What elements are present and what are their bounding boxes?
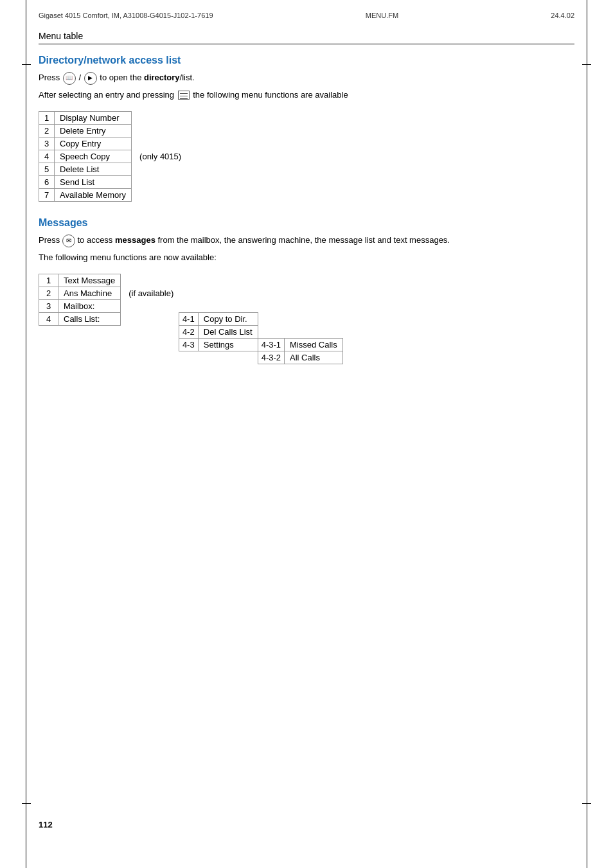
row-empty [121, 351, 179, 364]
row-empty [285, 326, 343, 339]
row-empty [179, 351, 198, 364]
row-num: 3 [39, 137, 55, 150]
row-note [132, 112, 187, 125]
messages-intro-2: The following menu functions are now ava… [39, 251, 574, 264]
row-empty [121, 339, 179, 351]
row-num: 7 [39, 189, 55, 202]
row-empty [258, 326, 284, 339]
row-empty [179, 274, 198, 287]
row-empty [179, 287, 198, 300]
tick-bottom-left [22, 803, 31, 804]
page-number: 112 [39, 820, 53, 829]
page: Gigaset 4015 Comfort, IM, A31008-G4015-J… [0, 0, 613, 868]
ok-button-icon: ▶ [84, 72, 97, 85]
header-center: MENU.FM [366, 12, 398, 19]
table-row: 2 Ans Machine (if available) [39, 287, 343, 300]
tick-top-right [582, 64, 591, 65]
menu-button-icon [178, 91, 190, 100]
row-label: Delete Entry [55, 125, 132, 137]
row-label: Copy Entry [55, 137, 132, 150]
row-empty [198, 351, 258, 364]
row-num: 6 [39, 176, 55, 189]
row-note [132, 176, 187, 189]
right-margin-rule [587, 0, 587, 868]
table-row: 4-3-2 All Calls [39, 351, 343, 364]
directory-intro-2: After selecting an entry and pressing th… [39, 89, 574, 102]
row-num: 2 [39, 125, 55, 137]
messages-intro-1: Press ✉ to access messages from the mail… [39, 234, 574, 247]
row-num: 2 [39, 287, 58, 300]
row-empty [285, 274, 343, 287]
sub-row-label: Settings [198, 339, 258, 351]
section-title: Menu table [39, 31, 574, 41]
row-label: Send List [55, 176, 132, 189]
row-empty [258, 300, 284, 313]
row-empty [58, 351, 121, 364]
row-empty [121, 300, 179, 313]
contact-book-icon: 📖 [63, 72, 76, 85]
row-note [132, 137, 187, 150]
row-empty [285, 287, 343, 300]
table-row: 7 Available Memory [39, 189, 187, 202]
header-left: Gigaset 4015 Comfort, IM, A31008-G4015-J… [39, 12, 213, 19]
row-label: Mailbox: [58, 300, 121, 313]
row-empty [285, 300, 343, 313]
row-label: Delete List [55, 163, 132, 176]
row-num: 3 [39, 300, 58, 313]
sub-row-num: 4-2 [179, 326, 198, 339]
row-empty [121, 326, 179, 339]
table-row: 4 Calls List: 4-1 Copy to Dir. [39, 313, 343, 326]
row-note [132, 125, 187, 137]
table-row: 1 Display Number [39, 112, 187, 125]
row-empty [179, 300, 198, 313]
sub-row-label: Copy to Dir. [198, 313, 258, 326]
table-row: 2 Delete Entry [39, 125, 187, 137]
table-row: 3 Mailbox: [39, 300, 343, 313]
tick-top-left [22, 64, 31, 65]
table-row: 6 Send List [39, 176, 187, 189]
page-header: Gigaset 4015 Comfort, IM, A31008-G4015-J… [0, 0, 613, 24]
messages-button-icon: ✉ [62, 235, 75, 247]
sub-row-num: 4-3 [179, 339, 198, 351]
messages-bold: messages [115, 235, 155, 245]
table-row: 4 Speech Copy (only 4015) [39, 150, 187, 163]
subsub-row-label: All Calls [285, 351, 343, 364]
sub-row-num: 4-1 [179, 313, 198, 326]
row-empty [39, 351, 58, 364]
subsub-row-label: Missed Calls [285, 339, 343, 351]
row-num: 1 [39, 274, 58, 287]
directory-heading: Directory/network access list [39, 55, 574, 66]
row-label: Speech Copy [55, 150, 132, 163]
row-empty [58, 326, 121, 339]
directory-section: Directory/network access list Press 📖 / … [39, 55, 574, 202]
row-num: 5 [39, 163, 55, 176]
table-row: 5 Delete List [39, 163, 187, 176]
row-empty [258, 287, 284, 300]
directory-menu-table: 1 Display Number 2 Delete Entry 3 Copy E… [39, 111, 187, 202]
sub-row-label: Del Calls List [198, 326, 258, 339]
directory-bold: directory [144, 73, 180, 82]
row-note: (only 4015) [132, 150, 187, 163]
row-label: Display Number [55, 112, 132, 125]
directory-intro-1: Press 📖 / ▶ to open the directory/list. [39, 71, 574, 85]
row-empty [285, 313, 343, 326]
row-empty [39, 339, 58, 351]
messages-menu-table: 1 Text Message 2 Ans Machine (if availab… [39, 274, 343, 364]
subsub-row-num: 4-3-2 [258, 351, 284, 364]
row-empty [39, 326, 58, 339]
row-empty [198, 300, 258, 313]
row-empty [121, 313, 179, 326]
row-num: 4 [39, 313, 58, 326]
table-row: 1 Text Message [39, 274, 343, 287]
table-row: 3 Copy Entry [39, 137, 187, 150]
row-label: Calls List: [58, 313, 121, 326]
row-num: 1 [39, 112, 55, 125]
row-note [132, 163, 187, 176]
tick-bottom-right [582, 803, 591, 804]
section-title-bar: Menu table [39, 31, 574, 44]
row-empty [198, 274, 258, 287]
row-empty [198, 287, 258, 300]
left-margin-rule [26, 0, 26, 868]
row-num: 4 [39, 150, 55, 163]
row-empty [121, 274, 179, 287]
